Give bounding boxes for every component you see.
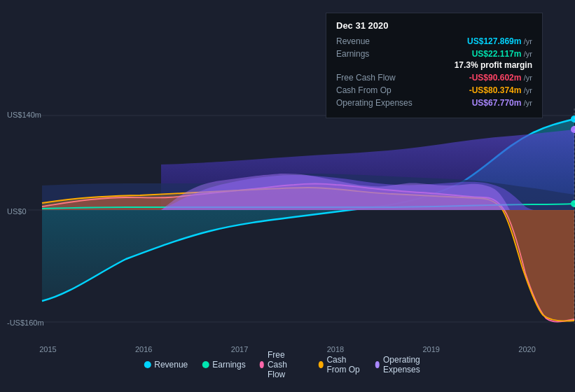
tooltip-opex-row: Operating Expenses US$67.770m /yr (336, 98, 532, 108)
tooltip-fcf-value: -US$90.602m /yr (469, 73, 532, 83)
y-label-bottom: -US$160m (7, 318, 44, 327)
legend-label-fcf: Free Cash Flow (268, 350, 305, 379)
legend-dot-fcf (260, 361, 264, 368)
tooltip-revenue-row: Revenue US$127.869m /yr (336, 36, 532, 46)
x-label-2020: 2020 (518, 345, 535, 354)
tooltip-revenue-label: Revenue (336, 36, 370, 46)
y-label-top: US$140m (7, 111, 41, 119)
legend-label-earnings: Earnings (212, 360, 245, 370)
tooltip-cashop-label: Cash From Op (336, 85, 392, 95)
legend-label-revenue: Revenue (154, 360, 188, 370)
tooltip-profit-margin: 17.3% profit margin (336, 60, 532, 70)
tooltip-fcf-row: Free Cash Flow -US$90.602m /yr (336, 73, 532, 83)
chart-container: Dec 31 2020 Revenue US$127.869m /yr Earn… (0, 0, 575, 392)
legend-revenue[interactable]: Revenue (144, 360, 188, 370)
legend-dot-earnings (202, 361, 209, 368)
tooltip-earnings-label: Earnings (336, 49, 369, 59)
tooltip-earnings-row: Earnings US$22.117m /yr (336, 49, 532, 59)
tooltip-opex-label: Operating Expenses (336, 98, 413, 108)
tooltip-opex-value: US$67.770m /yr (472, 98, 532, 108)
legend-earnings[interactable]: Earnings (202, 360, 245, 370)
legend-fcf[interactable]: Free Cash Flow (260, 350, 305, 379)
tooltip-date: Dec 31 2020 (336, 20, 532, 31)
legend-dot-opex (375, 361, 380, 368)
tooltip-cashop-value: -US$80.374m /yr (469, 85, 532, 95)
y-label-mid: US$0 (7, 207, 27, 216)
legend-dot-cashop (319, 361, 323, 368)
legend-label-cashop: Cash From Op (326, 355, 361, 374)
x-label-2015: 2015 (39, 345, 56, 354)
legend-opex[interactable]: Operating Expenses (375, 355, 431, 374)
legend-label-opex: Operating Expenses (383, 355, 431, 374)
legend-cashop[interactable]: Cash From Op (319, 355, 361, 374)
chart-legend: Revenue Earnings Free Cash Flow Cash Fro… (144, 350, 431, 379)
tooltip-earnings-value: US$22.117m /yr (472, 49, 532, 59)
tooltip-fcf-label: Free Cash Flow (336, 73, 396, 83)
tooltip-cashop-row: Cash From Op -US$80.374m /yr (336, 85, 532, 95)
legend-dot-revenue (144, 361, 151, 368)
tooltip-revenue-value: US$127.869m /yr (467, 36, 532, 46)
tooltip-panel: Dec 31 2020 Revenue US$127.869m /yr Earn… (326, 13, 543, 118)
